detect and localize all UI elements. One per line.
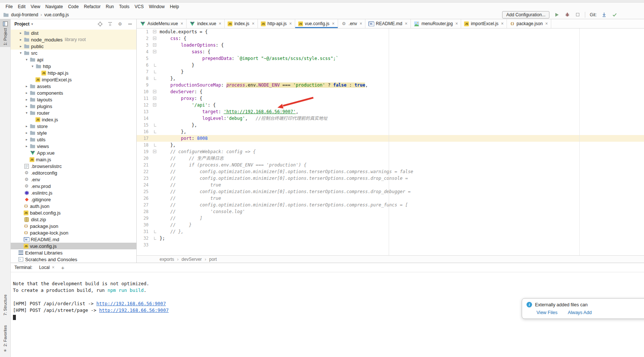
hide-panel-icon[interactable] <box>127 21 133 27</box>
close-icon[interactable]: × <box>455 21 458 26</box>
editor-tab-index-js[interactable]: JSindex.js× <box>225 19 258 28</box>
code-line-7[interactable]: 7 } <box>137 68 644 75</box>
tree-item-package-json[interactable]: {}package.json <box>11 223 136 229</box>
fold-collapse-icon[interactable]: − <box>153 97 156 100</box>
fold-end-icon[interactable] <box>154 70 156 73</box>
collapse-all-icon[interactable] <box>108 21 113 27</box>
code-line-5[interactable]: 5 prependData: `@import "~@/assets/scss/… <box>137 55 644 62</box>
tree-item-src[interactable]: ▾src <box>11 50 136 56</box>
tree-item-plugins[interactable]: ▸plugins <box>11 103 136 110</box>
code-line-21[interactable]: 21 // if (process.env.NODE_ENV === 'prod… <box>137 162 644 168</box>
tree-item-gitignore[interactable]: .gitignore <box>11 196 136 203</box>
code-line-31[interactable]: 31 // }, <box>137 228 644 235</box>
tree-item-vue-config-js[interactable]: JSvue.config.js <box>11 243 136 249</box>
chevron-down-icon[interactable]: ▾ <box>24 111 30 115</box>
code-breadcrumb-port[interactable]: port <box>209 257 217 262</box>
tree-item-package-lock-json[interactable]: {}package-lock.json <box>11 229 136 236</box>
tree-item-auth-json[interactable]: {}auth.json <box>11 203 136 209</box>
code-area[interactable]: 1−module.exports = {2− css: {3− loaderOp… <box>137 28 644 255</box>
fold-end-icon[interactable] <box>154 124 156 127</box>
tree-item-editorconfig[interactable]: ⚙.editorconfig <box>11 169 136 176</box>
gear-icon[interactable]: ⚙ <box>117 21 123 27</box>
code-breadcrumb-devserver[interactable]: devServer <box>181 257 202 262</box>
git-commit-icon[interactable] <box>611 12 617 18</box>
code-line-19[interactable]: 19− // configureWebpack: config => { <box>137 148 644 155</box>
tree-item-readme-md[interactable]: M↓README.md <box>11 236 136 243</box>
tree-item-public[interactable]: ▸public <box>11 43 136 50</box>
tree-item-layouts[interactable]: ▸layouts <box>11 96 136 103</box>
code-line-11[interactable]: 11− proxy: { <box>137 95 644 102</box>
close-icon[interactable]: × <box>52 265 54 270</box>
tree-item-app-vue[interactable]: App.vue <box>11 149 136 156</box>
code-line-33[interactable]: 33 <box>137 242 644 248</box>
notification-popup[interactable]: i Externally added files can View FilesA… <box>522 298 644 319</box>
tree-item-external-libraries[interactable]: External Libraries <box>11 249 136 256</box>
menu-window[interactable]: Window <box>146 3 167 10</box>
code-line-28[interactable]: 28 // 'console.log' <box>137 208 644 215</box>
code-line-13[interactable]: 13 target: 'http://192.168.66.56:9007', <box>137 108 644 115</box>
fold-collapse-icon[interactable]: − <box>153 90 156 93</box>
notification-link-always-add[interactable]: Always Add <box>568 310 592 315</box>
tree-item-assets[interactable]: ▸assets <box>11 83 136 90</box>
fold-collapse-icon[interactable]: − <box>153 30 156 33</box>
close-icon[interactable]: × <box>545 21 548 26</box>
git-update-icon[interactable] <box>601 12 607 18</box>
fold-collapse-icon[interactable]: − <box>153 37 156 40</box>
chevron-right-icon[interactable]: ▸ <box>24 104 30 108</box>
fold-end-icon[interactable] <box>154 237 156 240</box>
tree-item-scratches-and-consoles[interactable]: Scratches and Consoles <box>11 256 136 263</box>
breadcrumb-file[interactable]: vue.config.js <box>44 12 69 17</box>
tree-item-components[interactable]: ▸components <box>11 90 136 96</box>
menu-navigate[interactable]: Navigate <box>43 3 65 10</box>
terminal-tab-local[interactable]: Local × <box>38 264 56 271</box>
tree-item-utils[interactable]: ▸utils <box>11 136 136 143</box>
code-line-3[interactable]: 3− loaderOptions: { <box>137 42 644 48</box>
code-line-17[interactable]: 17 port: 8008 <box>137 135 644 142</box>
close-icon[interactable]: × <box>181 21 183 26</box>
tool-window-favorites-button[interactable]: 2: Favorites ★ <box>3 323 7 355</box>
code-line-10[interactable]: 10− devServer: { <box>137 88 644 95</box>
code-line-30[interactable]: 30 // } <box>137 222 644 228</box>
chevron-down-icon[interactable]: ▾ <box>31 22 33 26</box>
code-line-27[interactable]: 27 // config.optimization.minimizer[0].o… <box>137 202 644 208</box>
debug-icon[interactable] <box>564 12 570 18</box>
fold-end-icon[interactable] <box>154 230 156 233</box>
close-icon[interactable]: × <box>252 21 255 26</box>
editor-tab-readme-md[interactable]: M↓README.md× <box>365 19 410 28</box>
close-icon[interactable]: × <box>219 21 221 26</box>
code-line-25[interactable]: 25 // config.optimization.minimizer[0].o… <box>137 188 644 195</box>
menu-tools[interactable]: Tools <box>116 3 132 10</box>
code-line-15[interactable]: 15 }, <box>137 122 644 128</box>
chevron-right-icon[interactable]: ▸ <box>18 38 24 41</box>
editor-tab-asidemenu-vue[interactable]: AsideMenu.vue× <box>137 19 187 28</box>
code-line-26[interactable]: 26 // true <box>137 195 644 202</box>
tree-item-main-js[interactable]: JSmain.js <box>11 156 136 163</box>
tree-item-node-modules[interactable]: ▸node_moduleslibrary root <box>11 36 136 43</box>
new-terminal-icon[interactable]: + <box>61 265 64 271</box>
close-icon[interactable]: × <box>360 21 362 26</box>
menu-code[interactable]: Code <box>65 3 81 10</box>
tree-item-index-js[interactable]: JSindex.js <box>11 116 136 123</box>
locate-file-icon[interactable] <box>98 21 103 27</box>
code-line-23[interactable]: 23 // config.optimization.minimizer[0].o… <box>137 175 644 182</box>
chevron-right-icon[interactable]: ▸ <box>24 98 30 101</box>
code-line-1[interactable]: 1−module.exports = { <box>137 28 644 35</box>
tree-item-env[interactable]: ⚙.env <box>11 176 136 183</box>
tree-item-style[interactable]: ▸style <box>11 129 136 136</box>
editor-tab-importexcel-js[interactable]: JSimportExcel.js× <box>461 19 507 28</box>
stop-icon[interactable] <box>575 12 580 18</box>
tree-item-eslintrc-js[interactable]: .eslintrc.js <box>11 189 136 196</box>
breadcrumb-project[interactable]: duoji-frontend <box>11 12 38 17</box>
editor-tab-menurouter-jpg[interactable]: menuRouter.jpg× <box>411 19 461 28</box>
code-line-9[interactable]: 9 productionSourceMap: process.env.NODE_… <box>137 82 644 88</box>
code-breadcrumb-exports[interactable]: exports <box>160 257 174 262</box>
chevron-right-icon[interactable]: ▸ <box>24 84 30 88</box>
tree-item-importexcel-js[interactable]: JSimportExcel.js <box>11 76 136 83</box>
tree-item-router[interactable]: ▾router <box>11 110 136 116</box>
code-line-29[interactable]: 29 // ] <box>137 215 644 222</box>
code-line-8[interactable]: 8 }, <box>137 75 644 82</box>
code-line-16[interactable]: 16 }, <box>137 128 644 135</box>
chevron-down-icon[interactable]: ▾ <box>30 64 35 68</box>
menu-file[interactable]: File <box>3 3 15 10</box>
code-line-18[interactable]: 18 }, <box>137 142 644 148</box>
